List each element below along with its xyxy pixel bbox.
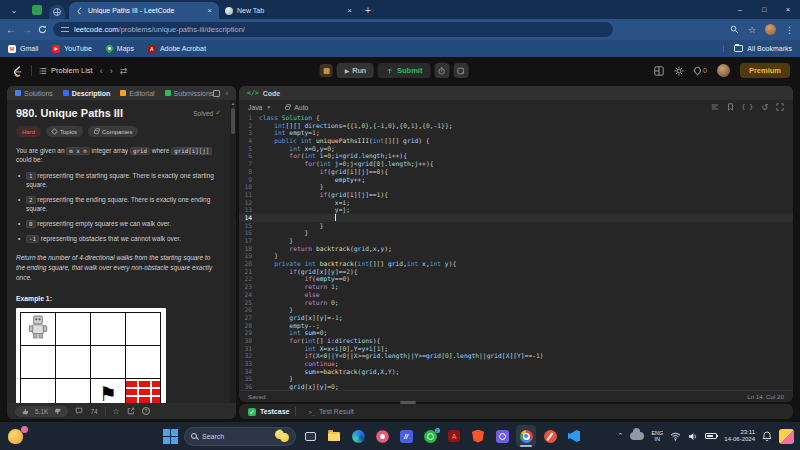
format-icon[interactable] (711, 103, 719, 111)
code-line[interactable]: 19 } (239, 252, 793, 260)
tab-testcase[interactable]: ✓ Testcase (248, 408, 289, 416)
bookmark-item[interactable]: MGmail (8, 45, 38, 53)
widgets-icon[interactable] (8, 426, 28, 446)
volume-icon[interactable] (688, 432, 698, 441)
tab-search-chevron-icon[interactable]: ⌄ (6, 3, 22, 17)
all-bookmarks-button[interactable]: All Bookmarks (723, 45, 792, 52)
tray-clock[interactable]: 23:1114-06-2024 (724, 429, 755, 443)
code-line[interactable]: 33 continue; (239, 360, 793, 368)
scrollbar-thumb[interactable] (231, 108, 235, 134)
gear-icon[interactable] (674, 66, 684, 76)
battery-icon[interactable] (705, 433, 717, 439)
site-settings-icon[interactable] (61, 26, 69, 33)
tab-editorial[interactable]: Editorial (120, 90, 154, 97)
layout-icon[interactable] (654, 66, 664, 76)
code-editor[interactable]: 1class Solution {2 int[][] directions={{… (239, 114, 793, 390)
reset-icon[interactable]: ↺ (761, 103, 768, 112)
code-line[interactable]: 13 y=j; (239, 206, 793, 214)
topics-button[interactable]: Topics (46, 126, 83, 137)
code-line[interactable]: 20 private int backtrack(int[][] grid,in… (239, 260, 793, 268)
code-line[interactable]: 12 x=i; (239, 199, 793, 207)
code-line[interactable]: 8 if(grid[i][j]==0){ (239, 168, 793, 176)
code-line[interactable]: 16 } (239, 229, 793, 237)
tab-description[interactable]: Description (63, 90, 111, 97)
code-line[interactable]: 1class Solution { (239, 114, 793, 122)
vscode-icon[interactable] (564, 425, 584, 447)
photos-icon[interactable] (372, 425, 392, 447)
onedrive-icon[interactable] (630, 432, 644, 440)
code-line[interactable]: 4 public int uniquePathsIII(int[][] grid… (239, 137, 793, 145)
premium-button[interactable]: Premium (740, 63, 790, 78)
share-icon[interactable] (127, 407, 135, 415)
code-line[interactable]: 32 if(X<0||Y<0||X>=grid.length||Y>=grid[… (239, 352, 793, 360)
run-button[interactable]: ▶Run (337, 63, 374, 78)
companies-button[interactable]: Companies (88, 126, 138, 137)
streak-flame-icon[interactable]: 0 (694, 67, 707, 74)
code-line[interactable]: 10 } (239, 183, 793, 191)
new-tab-button[interactable]: + (365, 5, 371, 16)
browser-tab[interactable]: New Tab× (219, 2, 359, 19)
submit-button[interactable]: Submit (378, 63, 430, 78)
acrobat-icon[interactable]: A (444, 425, 464, 447)
code-line[interactable]: 36 grid[x][y]=0; (239, 383, 793, 390)
back-icon[interactable]: ← (6, 25, 16, 35)
code-line[interactable]: 14 (239, 214, 793, 222)
tray-corner-icon[interactable] (779, 429, 794, 444)
language-select[interactable]: Java (248, 104, 262, 111)
bookmark-item[interactable]: AAdobe Acrobat (148, 45, 206, 53)
taskbar-search[interactable]: Search (184, 427, 296, 446)
notification-bell-icon[interactable] (762, 431, 772, 441)
difficulty-badge[interactable]: Hard (16, 126, 41, 137)
tab-group-icon[interactable] (32, 5, 42, 15)
bookmark-item[interactable]: Maps (106, 45, 134, 52)
problem-list-button[interactable]: Problem List (39, 66, 93, 75)
code-line[interactable]: 11 if(grid[i][j]==1){ (239, 191, 793, 199)
tab-submissions[interactable]: Submissions (165, 90, 214, 97)
code-line[interactable]: 3 int empty=1; (239, 129, 793, 137)
code-line[interactable]: 29 int sum=0; (239, 329, 793, 337)
app-purple-icon[interactable] (492, 425, 512, 447)
leetcode-logo[interactable] (10, 64, 24, 78)
tab-close-icon[interactable]: × (206, 6, 213, 15)
file-explorer-icon[interactable] (324, 425, 344, 447)
code-line[interactable]: 34 sum+=backtrack(grid,X,Y); (239, 368, 793, 376)
code-line[interactable]: 7 for(int j=0;j<grid[0].length;j++){ (239, 160, 793, 168)
edge-icon[interactable] (348, 425, 368, 447)
code-line[interactable]: 22 if(empty==0) (239, 275, 793, 283)
code-line[interactable]: 28 empty--; (239, 322, 793, 330)
start-icon[interactable] (160, 425, 180, 447)
profile-avatar[interactable] (765, 24, 776, 35)
code-line[interactable]: 5 int x=0,y=0; (239, 145, 793, 153)
chrome-icon[interactable] (516, 425, 536, 447)
favorite-star-icon[interactable]: ☆ (113, 407, 120, 416)
close-button[interactable]: × (776, 0, 800, 19)
address-bar[interactable]: leetcode.com/problems/unique-paths-iii/d… (53, 22, 613, 37)
prev-problem-icon[interactable]: ‹ (100, 66, 103, 76)
tray-chevron-up-icon[interactable]: ⌃ (618, 432, 624, 440)
code-line[interactable]: 35 } (239, 375, 793, 383)
task-view-icon[interactable] (300, 425, 320, 447)
auto-label[interactable]: Auto (294, 104, 308, 111)
browser-tab[interactable]: Unique Paths III - LeetCode× (69, 2, 219, 19)
code-line[interactable]: 26 } (239, 306, 793, 314)
next-problem-icon[interactable]: › (110, 66, 113, 76)
code-line[interactable]: 23 return 1; (239, 283, 793, 291)
language-indicator[interactable]: ENGIN (651, 430, 663, 442)
opera-icon[interactable] (540, 425, 560, 447)
maximize-button[interactable]: □ (752, 0, 776, 19)
tab-close-icon[interactable]: × (346, 6, 353, 15)
timer-icon[interactable] (434, 63, 449, 78)
code-line[interactable]: 15 } (239, 222, 793, 230)
code-line[interactable]: 31 int X=x+i[0],Y=y+i[1]; (239, 345, 793, 353)
code-line[interactable]: 2 int[][] directions={{1,0},{-1,0},{0,1}… (239, 122, 793, 130)
whatsapp-icon[interactable]: 2 (420, 425, 440, 447)
scroll-up-arrow[interactable]: ▲ (230, 100, 236, 107)
code-line[interactable]: 30 for(int[] i:directions){ (239, 337, 793, 345)
code-tab[interactable]: </> Code (247, 89, 280, 97)
user-avatar[interactable] (717, 64, 730, 77)
minimize-button[interactable]: – (728, 0, 752, 19)
tab-test-result[interactable]: >_ Test Result (308, 408, 353, 415)
wifi-icon[interactable] (670, 432, 681, 441)
expand-panel-icon[interactable] (213, 90, 220, 97)
code-line[interactable]: 24 else (239, 291, 793, 299)
